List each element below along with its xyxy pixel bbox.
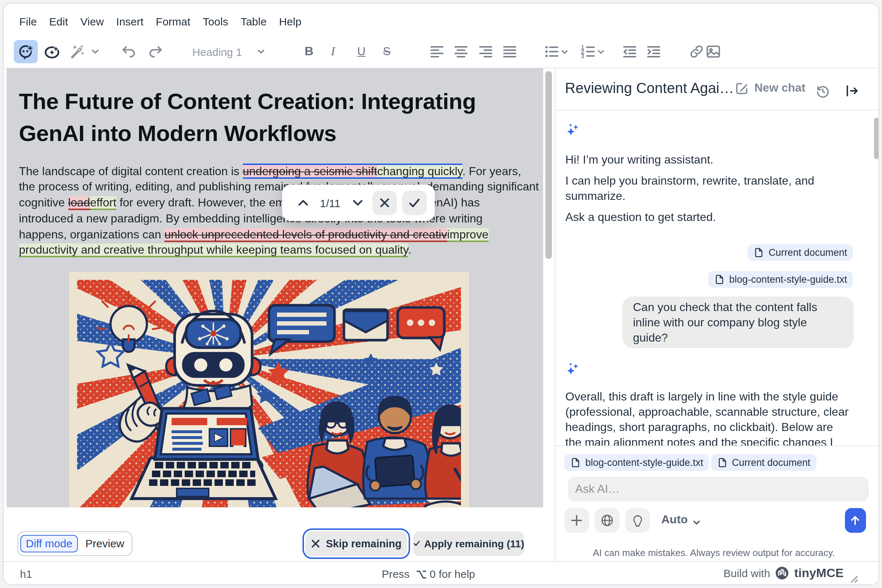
svg-text:3: 3 xyxy=(581,53,584,58)
